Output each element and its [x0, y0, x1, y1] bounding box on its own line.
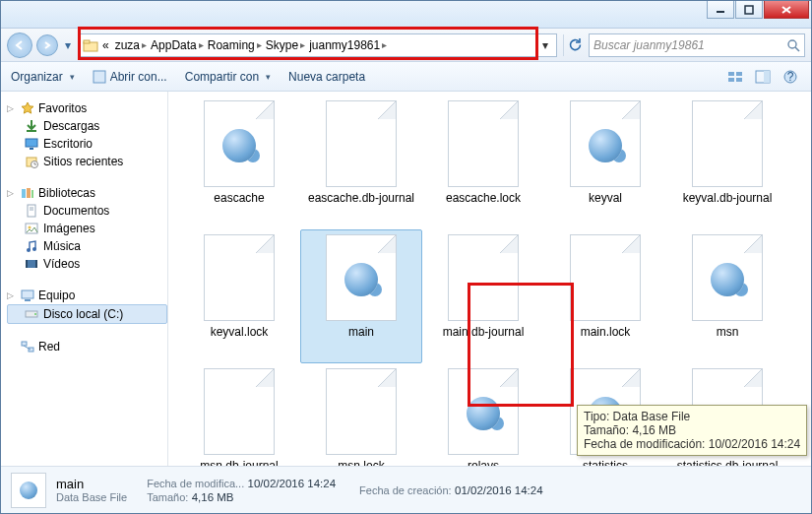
- file-name: msn: [717, 325, 739, 339]
- sidebar-item[interactable]: Vídeos: [7, 255, 167, 273]
- svg-rect-41: [22, 342, 27, 346]
- sidebar-item[interactable]: Descargas: [7, 117, 167, 135]
- sidebar-computer[interactable]: ▷ Equipo: [7, 287, 167, 304]
- svg-rect-1: [745, 6, 753, 14]
- file-item[interactable]: main.db-journal: [422, 229, 544, 363]
- help-button[interactable]: ?: [780, 67, 801, 87]
- breadcrumb-segment[interactable]: AppData▸: [149, 38, 206, 52]
- open-with-button[interactable]: Abrir con...: [93, 70, 167, 84]
- sidebar-item[interactable]: Escritorio: [7, 135, 167, 153]
- file-item[interactable]: eascache: [178, 96, 300, 229]
- back-button[interactable]: [7, 32, 32, 58]
- organize-menu[interactable]: Organizar: [11, 70, 75, 84]
- file-tooltip: Tipo: Data Base File Tamaño: 4,16 MB Fec…: [577, 405, 807, 456]
- file-name: eascache: [214, 191, 264, 205]
- network-icon: [21, 340, 34, 353]
- svg-rect-25: [27, 188, 31, 198]
- forward-button[interactable]: [36, 34, 58, 56]
- svg-rect-37: [22, 290, 33, 298]
- sidebar-item[interactable]: Documentos: [7, 202, 167, 220]
- search-input[interactable]: Buscar juanmy19861: [589, 33, 805, 57]
- search-placeholder: Buscar juanmy19861: [593, 38, 705, 52]
- file-name: keyval.db-journal: [683, 191, 773, 205]
- explorer-window: ▾ « zuza▸AppData▸Roaming▸Skype▸juanmy198…: [0, 0, 812, 514]
- file-name: msn.lock: [338, 459, 384, 466]
- computer-icon: [21, 289, 34, 302]
- view-options-button[interactable]: [724, 67, 746, 87]
- blank-file-icon: [326, 100, 397, 187]
- libraries-icon: [21, 186, 34, 200]
- sidebar-item[interactable]: Sitios recientes: [7, 153, 167, 170]
- sidebar-libraries[interactable]: ▷ Bibliotecas: [7, 184, 167, 202]
- svg-rect-42: [29, 348, 33, 352]
- file-name: eascache.lock: [446, 191, 521, 205]
- star-icon: [21, 101, 34, 115]
- nav-history-dropdown[interactable]: ▾: [62, 34, 74, 56]
- minimize-button[interactable]: [707, 1, 734, 19]
- gear-file-icon: [204, 100, 275, 187]
- close-button[interactable]: [764, 1, 809, 19]
- titlebar: [1, 1, 811, 29]
- svg-line-7: [795, 47, 799, 51]
- share-menu[interactable]: Compartir con: [185, 70, 271, 84]
- svg-rect-19: [30, 148, 33, 150]
- body: ▷ Favoritos DescargasEscritorioSitios re…: [1, 92, 811, 466]
- file-item[interactable]: msn: [666, 229, 788, 363]
- file-list[interactable]: eascacheeascache.db-journaleascache.lock…: [168, 92, 811, 466]
- breadcrumb-segment[interactable]: Roaming▸: [206, 38, 264, 52]
- file-item[interactable]: eascache.lock: [422, 96, 544, 229]
- file-name: keyval: [589, 191, 622, 205]
- file-item[interactable]: msn.lock: [300, 363, 422, 466]
- file-item[interactable]: main.lock: [544, 229, 666, 363]
- file-item[interactable]: main: [300, 229, 422, 363]
- file-item[interactable]: keyval.db-journal: [666, 96, 788, 229]
- breadcrumb-segment[interactable]: zuza▸: [113, 38, 149, 52]
- refresh-button[interactable]: [563, 34, 585, 56]
- maximize-button[interactable]: [735, 1, 763, 19]
- file-item[interactable]: keyval: [544, 96, 666, 229]
- file-name: msn.db-journal: [200, 459, 278, 466]
- preview-pane-button[interactable]: [752, 67, 774, 87]
- svg-rect-8: [94, 71, 105, 83]
- collapse-icon: ▷: [7, 290, 17, 300]
- file-item[interactable]: keyval.lock: [178, 229, 300, 363]
- svg-rect-24: [22, 189, 26, 198]
- file-name: main.db-journal: [443, 325, 525, 339]
- sidebar-item-local-disk[interactable]: Disco local (C:): [7, 304, 167, 324]
- svg-rect-18: [26, 139, 37, 147]
- gear-file-icon: [692, 234, 763, 321]
- search-icon: [786, 38, 800, 52]
- blank-file-icon: [204, 234, 275, 321]
- sidebar-favorites[interactable]: ▷ Favoritos: [7, 99, 167, 117]
- nav-pane: ▷ Favoritos DescargasEscritorioSitios re…: [1, 92, 168, 466]
- file-item[interactable]: eascache.db-journal: [300, 96, 422, 229]
- gear-file-icon: [448, 368, 519, 455]
- sidebar-network[interactable]: ▷ Red: [7, 338, 167, 355]
- nav-icon: [25, 222, 38, 235]
- file-name: statistics.db-journal: [677, 459, 779, 466]
- file-name: main: [348, 325, 374, 339]
- svg-rect-10: [728, 78, 734, 82]
- file-item[interactable]: relays: [422, 363, 544, 466]
- address-bar[interactable]: « zuza▸AppData▸Roaming▸Skype▸juanmy19861…: [78, 33, 557, 57]
- breadcrumb-segment[interactable]: juanmy19861▸: [307, 38, 389, 52]
- breadcrumb-segment[interactable]: Skype▸: [264, 38, 307, 52]
- nav-icon: [25, 155, 38, 168]
- collapse-icon: ▷: [7, 188, 17, 198]
- file-name: statistics: [583, 459, 628, 466]
- svg-rect-26: [31, 190, 33, 198]
- details-pane: main Data Base File Fecha de modifica...…: [1, 466, 811, 513]
- address-dropdown[interactable]: ▾: [538, 38, 552, 52]
- svg-rect-11: [736, 72, 742, 76]
- nav-icon: [25, 119, 38, 133]
- svg-rect-36: [35, 260, 37, 268]
- breadcrumb-prefix[interactable]: «: [100, 38, 111, 52]
- file-item[interactable]: msn.db-journal: [178, 363, 300, 466]
- file-name: main.lock: [581, 325, 631, 339]
- app-icon: [93, 70, 106, 84]
- new-folder-button[interactable]: Nueva carpeta: [288, 70, 365, 84]
- sidebar-item[interactable]: Música: [7, 237, 167, 255]
- folder-icon: [83, 38, 98, 52]
- svg-point-31: [29, 226, 31, 229]
- sidebar-item[interactable]: Imágenes: [7, 220, 167, 237]
